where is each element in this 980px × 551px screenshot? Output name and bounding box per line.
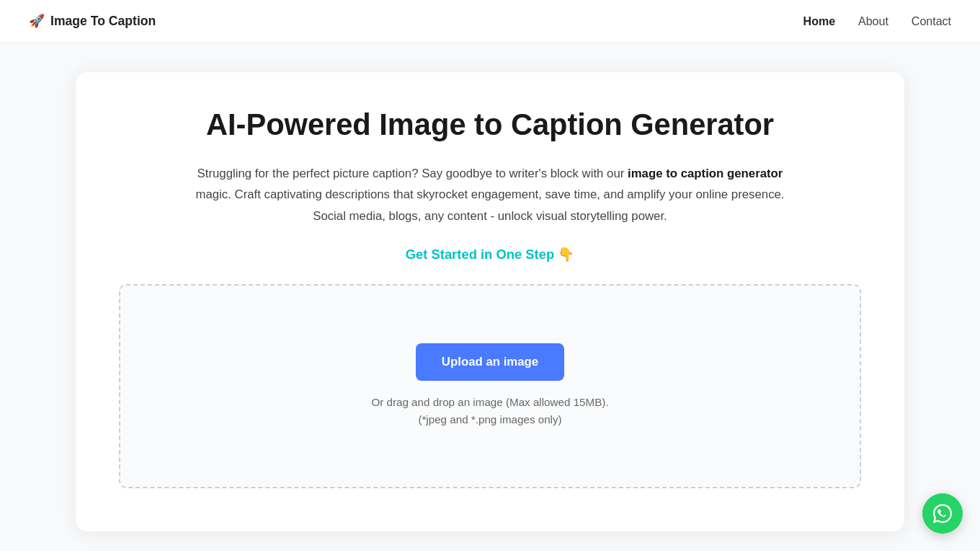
navbar: 🚀 Image To Caption Home About Contact [0,0,980,43]
upload-button[interactable]: Upload an image [416,343,564,381]
nav-about[interactable]: About [858,15,888,27]
get-started-text: Get Started in One Step 👇 [119,247,861,263]
nav-home[interactable]: Home [803,15,835,27]
nav-contact[interactable]: Contact [912,15,951,27]
hero-title: AI-Powered Image to Caption Generator [119,107,861,143]
logo-text: Image To Caption [50,14,156,29]
nav-logo[interactable]: 🚀 Image To Caption [29,14,156,29]
upload-hint: Or drag and drop an image (Max allowed 1… [149,394,831,429]
upload-zone[interactable]: Upload an image Or drag and drop an imag… [119,284,861,488]
logo-emoji: 🚀 [29,14,45,29]
nav-links: Home About Contact [803,15,951,28]
whatsapp-fab[interactable] [922,493,963,534]
main-card: AI-Powered Image to Caption Generator St… [76,72,904,532]
hero-subtitle: Struggling for the perfect picture capti… [180,163,800,226]
hero-bold: image to caption generator [628,167,783,180]
